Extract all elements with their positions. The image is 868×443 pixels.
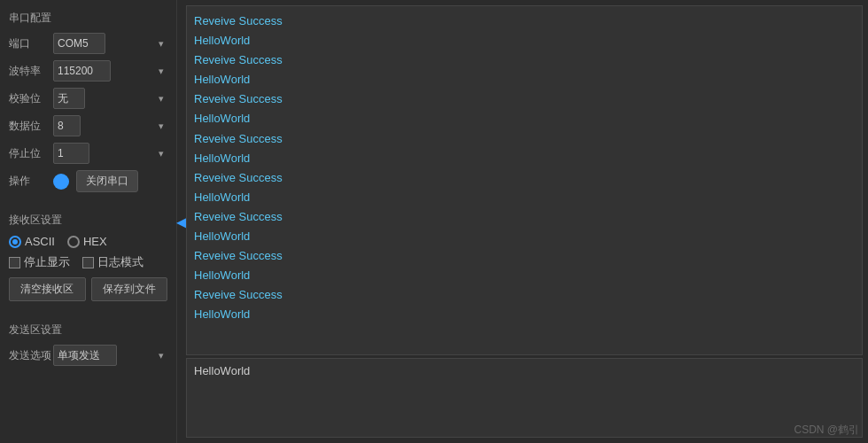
hex-radio[interactable]: HEX xyxy=(67,235,107,248)
databits-select-wrap: 8 5 6 7 xyxy=(53,115,167,136)
receive-line: Reveive Success xyxy=(194,129,855,149)
divider-2 xyxy=(9,308,167,319)
stopbits-select[interactable]: 1 1.5 2 xyxy=(53,143,89,164)
stopbits-select-wrap: 1 1.5 2 xyxy=(53,143,167,164)
stopbits-row: 停止位 1 1.5 2 xyxy=(9,143,167,164)
hex-radio-circle xyxy=(67,236,80,248)
send-config-title: 发送区设置 xyxy=(9,323,167,338)
log-mode-checkbox[interactable]: 日志模式 xyxy=(82,254,143,270)
send-area[interactable]: HelloWorld xyxy=(186,358,863,438)
receive-line: Reveive Success xyxy=(194,168,855,188)
watermark: CSDN @鹤引 xyxy=(794,423,859,438)
log-mode-box xyxy=(82,257,94,268)
receive-line: Reveive Success xyxy=(194,207,855,227)
receive-line: HelloWorld xyxy=(194,70,855,89)
encoding-radio-row: ASCII HEX xyxy=(9,235,167,248)
close-port-button[interactable]: 关闭串口 xyxy=(76,170,138,192)
receive-line: HelloWorld xyxy=(194,149,855,168)
parity-label: 校验位 xyxy=(9,91,53,106)
send-mode-label: 发送选项 xyxy=(9,348,53,363)
main-panel: Reveive SuccessHelloWorldReveive Success… xyxy=(186,0,868,443)
stop-display-box xyxy=(9,257,20,268)
stop-display-checkbox[interactable]: 停止显示 xyxy=(9,254,70,270)
ascii-radio-circle xyxy=(9,236,21,248)
action-row: 操作 关闭串口 xyxy=(9,170,167,192)
databits-select[interactable]: 8 5 6 7 xyxy=(53,115,81,136)
receive-area[interactable]: Reveive SuccessHelloWorldReveive Success… xyxy=(186,5,863,355)
send-text: HelloWorld xyxy=(194,364,250,377)
receive-line: HelloWorld xyxy=(194,188,855,207)
ascii-radio[interactable]: ASCII xyxy=(9,235,55,248)
stopbits-label: 停止位 xyxy=(9,146,53,161)
left-panel: 串口配置 端口 COM5 COM1 COM2 COM3 COM4 COM6 波特… xyxy=(0,0,177,443)
port-select-wrap: COM5 COM1 COM2 COM3 COM4 COM6 xyxy=(53,33,167,54)
save-file-button[interactable]: 保存到文件 xyxy=(91,277,168,301)
serial-config-title: 串口配置 xyxy=(9,11,167,26)
parity-select[interactable]: 无 奇 偶 xyxy=(53,88,85,109)
baud-select[interactable]: 115200 9600 19200 38400 57600 xyxy=(53,60,111,82)
port-row: 端口 COM5 COM1 COM2 COM3 COM4 COM6 xyxy=(9,33,167,54)
receive-line: Reveive Success xyxy=(194,285,855,305)
toggle-dot[interactable] xyxy=(53,174,69,190)
receive-line: HelloWorld xyxy=(194,305,855,324)
hex-label: HEX xyxy=(83,235,107,248)
receive-line: Reveive Success xyxy=(194,246,855,266)
send-mode-select-wrap: 单项发送 多项发送 xyxy=(53,345,167,366)
databits-label: 数据位 xyxy=(9,119,53,134)
send-mode-row: 发送选项 单项发送 多项发送 xyxy=(9,345,167,366)
receive-line: HelloWorld xyxy=(194,227,855,246)
receive-line: Reveive Success xyxy=(194,89,855,109)
receive-line: HelloWorld xyxy=(194,266,855,285)
receive-content: Reveive SuccessHelloWorldReveive Success… xyxy=(187,6,862,330)
send-mode-select[interactable]: 单项发送 多项发送 xyxy=(53,345,117,366)
clear-receive-button[interactable]: 清空接收区 xyxy=(9,277,86,301)
receive-line: HelloWorld xyxy=(194,31,855,51)
parity-select-wrap: 无 奇 偶 xyxy=(53,88,167,109)
receive-line: HelloWorld xyxy=(194,109,855,128)
databits-row: 数据位 8 5 6 7 xyxy=(9,115,167,136)
port-select[interactable]: COM5 COM1 COM2 COM3 COM4 COM6 xyxy=(53,33,105,54)
panel-arrow[interactable]: ◀ xyxy=(177,0,186,443)
action-label: 操作 xyxy=(9,174,53,189)
divider-1 xyxy=(9,198,167,209)
checkbox-row: 停止显示 日志模式 xyxy=(9,254,167,270)
stop-display-label: 停止显示 xyxy=(24,254,70,270)
baud-row: 波特率 115200 9600 19200 38400 57600 xyxy=(9,60,167,82)
parity-row: 校验位 无 奇 偶 xyxy=(9,88,167,109)
port-label: 端口 xyxy=(9,36,53,51)
receive-line: Reveive Success xyxy=(194,51,855,70)
baud-select-wrap: 115200 9600 19200 38400 57600 xyxy=(53,60,167,82)
log-mode-label: 日志模式 xyxy=(97,254,143,270)
action-controls: 关闭串口 xyxy=(53,170,138,192)
ascii-label: ASCII xyxy=(25,235,55,248)
receive-config-title: 接收区设置 xyxy=(9,213,167,228)
receive-btn-row: 清空接收区 保存到文件 xyxy=(9,277,167,301)
receive-line: Reveive Success xyxy=(194,12,855,31)
baud-label: 波特率 xyxy=(9,64,53,79)
